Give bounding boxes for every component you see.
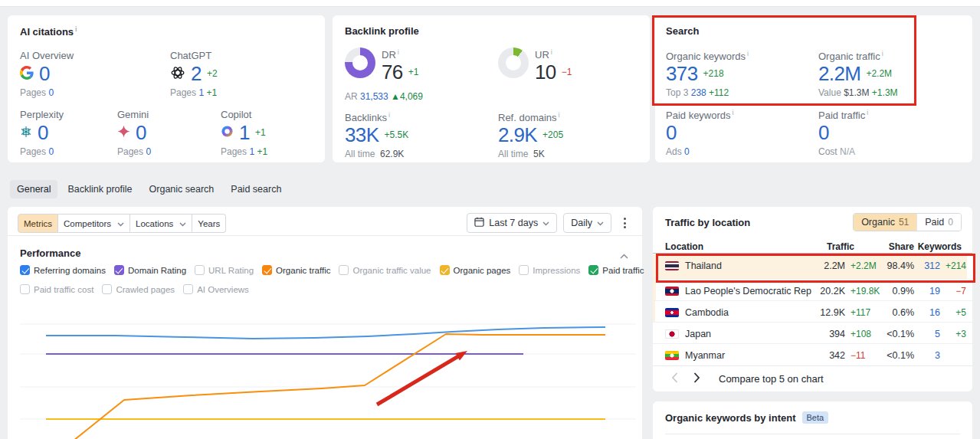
search-card: Search Organic keywordsi 373+218 Top 3 2… bbox=[655, 15, 972, 162]
tab-backlink-profile[interactable]: Backlink profile bbox=[61, 180, 139, 198]
table-row-laos[interactable]: Lao People's Democratic Republic 20.2K +… bbox=[653, 280, 972, 301]
tab-organic-search[interactable]: Organic search bbox=[143, 180, 221, 198]
divider bbox=[8, 235, 642, 236]
toggle-organic[interactable]: Organic51 bbox=[854, 214, 916, 231]
ur-donut-chart bbox=[498, 48, 529, 78]
column-location[interactable]: Location bbox=[665, 241, 811, 252]
table-footer: Compare top 5 on chart bbox=[653, 365, 972, 391]
granularity-button[interactable]: Daily bbox=[563, 213, 611, 233]
column-share[interactable]: Share bbox=[882, 241, 914, 252]
paid-keywords-count[interactable]: 0 bbox=[666, 121, 677, 145]
info-icon[interactable]: i bbox=[882, 50, 883, 57]
checkbox bbox=[262, 265, 272, 275]
date-range-button[interactable]: Last 7 days bbox=[467, 213, 557, 233]
chart-date-controls: Last 7 days Daily bbox=[467, 213, 631, 233]
dr-donut-chart bbox=[345, 48, 375, 78]
paid-keywords-metric: Paid keywordsi 0 Ads 0 bbox=[666, 109, 734, 157]
metric-checkbox-url-rating[interactable]: URL Rating bbox=[195, 265, 254, 275]
checkbox bbox=[440, 265, 450, 275]
more-options-kebab[interactable] bbox=[618, 213, 631, 233]
traffic-by-location-title: Traffic by location bbox=[665, 217, 750, 228]
performance-line-chart bbox=[8, 207, 642, 439]
info-icon[interactable]: i bbox=[867, 109, 868, 116]
google-icon bbox=[20, 66, 34, 82]
perplexity-count[interactable]: 0 bbox=[38, 121, 48, 145]
table-header: Location Traffic Share Keywords bbox=[653, 241, 972, 254]
locations-filter-button[interactable]: Locations bbox=[130, 214, 192, 233]
myanmar-flag-icon bbox=[665, 351, 679, 360]
column-traffic[interactable]: Traffic bbox=[811, 241, 882, 252]
pagination-next-icon[interactable] bbox=[693, 372, 700, 385]
perplexity-metric: Perplexity 0 Pages 0 bbox=[20, 109, 64, 157]
paid-traffic-metric: Paid traffici 0 Cost N/A bbox=[818, 109, 868, 157]
performance-panel: Metrics Competitors Locations Years Last… bbox=[8, 207, 642, 439]
dr-metric: DRi 76+1 bbox=[382, 48, 418, 83]
table-row-cambodia[interactable]: Cambodia 12.9K +117 0.6% 16 +5 bbox=[653, 301, 972, 323]
checkbox bbox=[519, 265, 529, 275]
metric-checkbox-organic-pages[interactable]: Organic pages bbox=[440, 265, 511, 275]
table-row-thailand[interactable]: Thailand 2.2M +2.2M 98.4% 312 +214 bbox=[653, 254, 972, 280]
performance-title: Performance bbox=[20, 247, 80, 259]
organic-keywords-count[interactable]: 373 bbox=[666, 62, 698, 86]
info-icon[interactable]: i bbox=[388, 111, 390, 119]
metric-checkbox-crawled-pages[interactable]: Crawled pages bbox=[102, 284, 175, 294]
metric-toggles-row: Paid traffic cost Crawled pages AI Overv… bbox=[20, 284, 249, 294]
info-icon[interactable]: i bbox=[75, 25, 77, 33]
ai-overview-count[interactable]: 0 bbox=[39, 62, 50, 86]
japan-flag-icon bbox=[665, 329, 679, 339]
calendar-icon bbox=[474, 217, 484, 229]
keywords-by-intent-card: Organic keywords by intentBeta bbox=[653, 401, 972, 439]
chevron-down-icon bbox=[597, 218, 604, 228]
toggle-paid[interactable]: Paid0 bbox=[916, 214, 961, 231]
copilot-count[interactable]: 1 bbox=[239, 121, 250, 145]
tab-paid-search[interactable]: Paid search bbox=[224, 180, 288, 198]
seo-overview-dashboard: AI citationsi AI Overview 0 Pages 0 Chat… bbox=[0, 0, 980, 439]
chatgpt-count[interactable]: 2 bbox=[191, 62, 202, 86]
section-tabs: General Backlink profile Organic search … bbox=[10, 180, 288, 198]
metrics-filter-button[interactable]: Metrics bbox=[18, 214, 58, 233]
info-icon[interactable]: i bbox=[559, 111, 560, 119]
collapse-chevron-icon[interactable] bbox=[620, 250, 628, 261]
organic-traffic-count[interactable]: 2.2M bbox=[818, 62, 860, 86]
table-row-myanmar[interactable]: Myanmar 342 −11 <0.1% 3 bbox=[653, 344, 972, 365]
chart-filter-group: Metrics Competitors Locations Years bbox=[18, 214, 226, 233]
metric-checkbox-organic-traffic[interactable]: Organic traffic bbox=[262, 265, 330, 275]
info-icon[interactable]: i bbox=[747, 50, 749, 57]
metric-checkbox-referring-domains[interactable]: Referring domains bbox=[20, 265, 106, 275]
keywords-by-intent-title: Organic keywords by intentBeta bbox=[665, 411, 828, 424]
traffic-by-location-panel: Traffic by location Organic51 Paid0 Loca… bbox=[653, 207, 972, 391]
checkbox bbox=[339, 265, 349, 275]
table-row-japan[interactable]: Japan 394 +108 <0.1% 5 +3 bbox=[653, 323, 972, 344]
metric-checkbox-impressions[interactable]: Impressions bbox=[519, 265, 580, 275]
info-icon[interactable]: i bbox=[733, 109, 734, 116]
competitors-filter-button[interactable]: Competitors bbox=[58, 214, 130, 233]
gemini-metric: Gemini 0 Pages 0 bbox=[117, 109, 152, 157]
checkbox bbox=[588, 265, 598, 275]
top-card-edge bbox=[0, 0, 980, 7]
paid-traffic-count[interactable]: 0 bbox=[818, 121, 829, 145]
chevron-down-icon bbox=[179, 219, 186, 228]
copilot-icon bbox=[221, 125, 234, 140]
ref-domains-metric: Ref. domainsi 2.9K+205 All time 5K bbox=[498, 111, 563, 159]
metric-checkbox-ai-overviews[interactable]: AI Overviews bbox=[183, 284, 249, 294]
metric-checkbox-domain-rating[interactable]: Domain Rating bbox=[114, 265, 186, 275]
ar-line: AR 31,533 ▲4,069 bbox=[345, 91, 423, 102]
metric-checkbox-paid-traffic[interactable]: Paid traffic bbox=[588, 265, 644, 275]
chevron-down-icon bbox=[542, 218, 549, 228]
backlinks-count[interactable]: 33K bbox=[345, 123, 379, 147]
info-icon[interactable]: i bbox=[551, 48, 552, 56]
gemini-count[interactable]: 0 bbox=[136, 121, 146, 145]
pagination-prev-icon[interactable] bbox=[671, 372, 678, 385]
info-icon[interactable]: i bbox=[398, 48, 399, 56]
chatgpt-metric: ChatGPT 2+2 Pages 1 +1 bbox=[170, 50, 218, 98]
compare-top5-link[interactable]: Compare top 5 on chart bbox=[719, 373, 824, 385]
tab-general[interactable]: General bbox=[10, 180, 57, 198]
years-filter-button[interactable]: Years bbox=[192, 214, 226, 233]
cambodia-flag-icon bbox=[665, 308, 679, 317]
metric-checkbox-organic-traffic-value[interactable]: Organic traffic value bbox=[339, 265, 431, 275]
checkbox bbox=[20, 284, 30, 294]
column-keywords[interactable]: Keywords bbox=[914, 241, 966, 252]
organic-paid-toggle: Organic51 Paid0 bbox=[853, 213, 962, 231]
metric-checkbox-paid-traffic-cost[interactable]: Paid traffic cost bbox=[20, 284, 93, 294]
ref-domains-count[interactable]: 2.9K bbox=[498, 123, 537, 147]
